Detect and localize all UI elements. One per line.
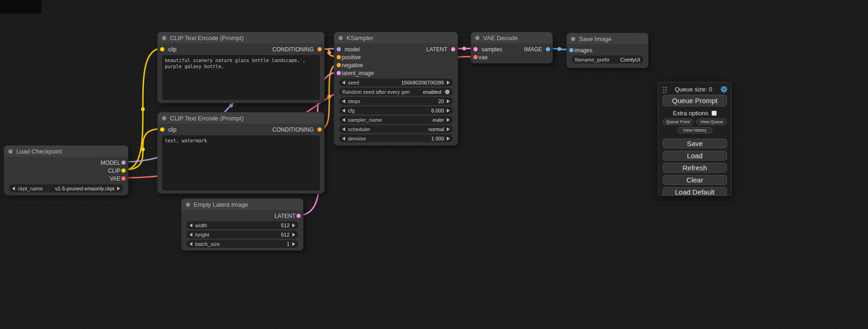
slot-label-model: model bbox=[345, 46, 360, 53]
collapse-dot-icon[interactable] bbox=[8, 149, 13, 154]
decrement-arrow-icon[interactable] bbox=[342, 99, 345, 103]
negative-input-port[interactable] bbox=[337, 63, 341, 67]
output-slot-conditioning: CONDITIONING bbox=[271, 126, 322, 133]
node-clip-text-encode-positive[interactable]: CLIP Text Encode (Prompt) clip CONDITION… bbox=[157, 32, 325, 103]
clear-button[interactable]: Clear bbox=[663, 175, 727, 185]
increment-arrow-icon[interactable] bbox=[447, 137, 450, 140]
input-slot-latent-image: latent_image bbox=[334, 69, 458, 77]
samples-input-port[interactable] bbox=[473, 47, 478, 51]
node-title: KSampler bbox=[346, 35, 373, 42]
latent-output-port[interactable] bbox=[296, 214, 301, 218]
queue-prompt-button[interactable]: Queue Prompt bbox=[663, 95, 727, 106]
increment-arrow-icon[interactable] bbox=[292, 233, 295, 237]
widget-name: scheduler bbox=[348, 126, 370, 132]
clip-output-port[interactable] bbox=[121, 168, 126, 173]
filename-prefix-widget[interactable]: filename_prefix ComfyUI bbox=[572, 56, 643, 63]
decrement-arrow-icon[interactable] bbox=[190, 242, 192, 246]
refresh-button[interactable]: Refresh bbox=[663, 163, 727, 173]
widget-name: denoise bbox=[348, 136, 366, 141]
batch-size-widget[interactable]: batch_size 1 bbox=[186, 240, 298, 248]
collapse-dot-icon[interactable] bbox=[475, 36, 480, 40]
control-after-generate-widget[interactable]: Random seed after every gen enabled bbox=[339, 88, 453, 96]
latent-image-input-port[interactable] bbox=[337, 71, 341, 75]
increment-arrow-icon[interactable] bbox=[447, 99, 450, 103]
prompt-textarea[interactable]: beautiful scenery nature glass bottle la… bbox=[162, 55, 320, 100]
node-title-bar[interactable]: Load Checkpoint bbox=[4, 146, 128, 157]
steps-widget[interactable]: steps 20 bbox=[339, 97, 453, 105]
image-output-port[interactable] bbox=[546, 47, 550, 51]
collapse-dot-icon[interactable] bbox=[162, 36, 166, 40]
load-button[interactable]: Load bbox=[663, 151, 727, 161]
model-output-port[interactable] bbox=[121, 161, 126, 165]
images-input-port[interactable] bbox=[569, 48, 573, 52]
vae-output-port[interactable] bbox=[121, 176, 126, 181]
drag-handle-icon[interactable] bbox=[663, 87, 664, 88]
decrement-arrow-icon[interactable] bbox=[12, 187, 15, 190]
settings-gear-icon[interactable] bbox=[720, 86, 727, 93]
sampler-name-widget[interactable]: sampler_name euler bbox=[339, 116, 453, 124]
node-save-image[interactable]: Save Image images filename_prefix ComfyU… bbox=[566, 33, 649, 68]
ckpt-name-widget[interactable]: ckpt_name v1-5-pruned-emaonly.ckpt bbox=[9, 184, 123, 192]
load-default-button[interactable]: Load Default bbox=[663, 187, 727, 196]
collapse-dot-icon[interactable] bbox=[162, 116, 166, 120]
increment-arrow-icon[interactable] bbox=[447, 81, 450, 84]
view-history-button[interactable]: View History bbox=[677, 127, 713, 133]
widget-value: 20 bbox=[438, 98, 444, 104]
conditioning-output-port[interactable] bbox=[318, 47, 322, 51]
node-title-bar[interactable]: KSampler bbox=[334, 32, 458, 43]
output-slot-latent: LATENT bbox=[182, 212, 303, 220]
model-input-port[interactable] bbox=[337, 47, 341, 51]
node-vae-decode[interactable]: VAE Decode samples IMAGE vae bbox=[471, 32, 553, 63]
increment-arrow-icon[interactable] bbox=[292, 242, 295, 246]
vae-input-port[interactable] bbox=[473, 55, 478, 59]
decrement-arrow-icon[interactable] bbox=[190, 224, 192, 227]
decrement-arrow-icon[interactable] bbox=[342, 137, 345, 140]
node-title-bar[interactable]: CLIP Text Encode (Prompt) bbox=[158, 112, 324, 124]
node-title-bar[interactable]: Save Image bbox=[567, 33, 648, 44]
scheduler-widget[interactable]: scheduler normal bbox=[339, 125, 453, 133]
collapse-dot-icon[interactable] bbox=[339, 36, 343, 40]
decrement-arrow-icon[interactable] bbox=[342, 81, 345, 84]
toggle-dot-icon[interactable] bbox=[445, 90, 450, 94]
collapse-dot-icon[interactable] bbox=[186, 203, 190, 207]
collapse-dot-icon[interactable] bbox=[571, 37, 575, 41]
node-title-bar[interactable]: Empty Latent Image bbox=[182, 199, 303, 210]
increment-arrow-icon[interactable] bbox=[292, 224, 295, 227]
increment-arrow-icon[interactable] bbox=[117, 187, 120, 190]
seed-widget[interactable]: seed 156680208700286 bbox=[339, 78, 453, 86]
node-title-bar[interactable]: VAE Decode bbox=[471, 32, 552, 43]
widget-name: ckpt_name bbox=[18, 186, 43, 191]
latent-output-port[interactable] bbox=[451, 47, 455, 51]
node-empty-latent-image[interactable]: Empty Latent Image LATENT width 512 heig… bbox=[181, 198, 303, 251]
increment-arrow-icon[interactable] bbox=[447, 118, 450, 122]
view-queue-button[interactable]: View Queue bbox=[696, 119, 727, 125]
widget-value: 1.000 bbox=[431, 136, 444, 141]
positive-input-port[interactable] bbox=[337, 55, 341, 59]
widget-value: 156680208700286 bbox=[401, 80, 444, 85]
node-clip-text-encode-negative[interactable]: CLIP Text Encode (Prompt) clip CONDITION… bbox=[157, 112, 325, 194]
slot-label-samples: samples bbox=[481, 46, 502, 53]
node-ksampler[interactable]: KSampler model LATENT positive negative … bbox=[334, 32, 458, 146]
wire-midpoint-dot bbox=[229, 104, 233, 107]
cfg-widget[interactable]: cfg 8.000 bbox=[339, 106, 453, 114]
prompt-textarea[interactable]: text, watermark bbox=[162, 135, 320, 190]
queue-front-button[interactable]: Queue Front bbox=[663, 119, 693, 125]
increment-arrow-icon[interactable] bbox=[447, 127, 450, 131]
extra-options-checkbox[interactable] bbox=[712, 111, 717, 116]
width-widget[interactable]: width 512 bbox=[186, 221, 298, 229]
height-widget[interactable]: height 512 bbox=[186, 231, 298, 238]
decrement-arrow-icon[interactable] bbox=[342, 127, 345, 131]
save-button[interactable]: Save bbox=[663, 139, 727, 148]
decrement-arrow-icon[interactable] bbox=[342, 118, 345, 122]
conditioning-output-port[interactable] bbox=[318, 127, 322, 132]
decrement-arrow-icon[interactable] bbox=[190, 233, 192, 237]
increment-arrow-icon[interactable] bbox=[447, 109, 450, 112]
denoise-widget[interactable]: denoise 1.000 bbox=[339, 134, 453, 142]
node-title-bar[interactable]: CLIP Text Encode (Prompt) bbox=[158, 32, 324, 43]
comfyui-canvas[interactable]: { "colors": { "model": "#B39DDB", "clip"… bbox=[0, 0, 868, 329]
decrement-arrow-icon[interactable] bbox=[342, 109, 345, 112]
clip-input-port[interactable] bbox=[160, 127, 164, 132]
widget-name: filename_prefix bbox=[575, 57, 610, 63]
clip-input-port[interactable] bbox=[160, 47, 164, 51]
node-load-checkpoint[interactable]: Load Checkpoint MODEL CLIP VAE ckpt_name… bbox=[4, 145, 128, 196]
